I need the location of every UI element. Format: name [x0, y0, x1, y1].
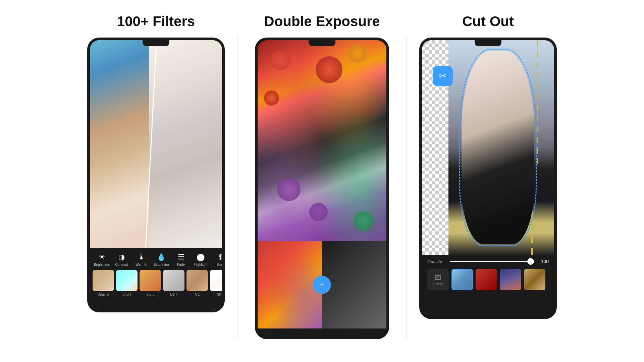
- thumb-original-img: [93, 270, 114, 291]
- saturation-icon: 💧: [157, 253, 166, 261]
- thumb-bright-label: Bright: [122, 293, 131, 296]
- main-container: 100+ Filters ☀ Brightness: [79, 7, 565, 355]
- flower-2: [316, 56, 342, 83]
- section-filters: 100+ Filters ☀ Brightness: [79, 13, 233, 312]
- thumb-story-img: [140, 270, 161, 291]
- thumb-bright-img: [116, 270, 138, 291]
- filter-icons-row: ☀ Brightness ◑ Contrast 🌡 Warmth 💧: [90, 248, 222, 268]
- filter-photo: [90, 40, 222, 248]
- highlight-label: Highlight: [194, 263, 207, 266]
- section-double-exposure: Double Exposure: [241, 13, 402, 339]
- gallery-label: Gallery: [433, 282, 443, 286]
- thumb-dark-img: [163, 270, 184, 291]
- filter-dark[interactable]: Dark: [163, 270, 184, 296]
- thumb-dark-label: Dark: [170, 293, 177, 296]
- thumb-story-label: Story: [146, 293, 154, 296]
- woman-sketch-side: [149, 40, 222, 248]
- cutout-thumb-2[interactable]: [476, 269, 497, 290]
- warmth-icon-item[interactable]: 🌡 Warmth: [132, 253, 151, 266]
- double-exposure-title: Double Exposure: [264, 13, 380, 29]
- contrast-icon: ◑: [118, 253, 125, 261]
- warmth-label: Warmth: [136, 263, 147, 266]
- road-line-2: [537, 40, 538, 169]
- flower-4: [264, 90, 279, 106]
- opacity-label: Opacity: [427, 259, 446, 264]
- strip-right: [322, 241, 386, 328]
- person-cutout: [462, 51, 534, 244]
- filter-story[interactable]: Story: [140, 270, 161, 296]
- filter-a1[interactable]: A-1: [186, 270, 208, 296]
- thumb-a1-img: [186, 270, 208, 291]
- fade-icon-item[interactable]: ☰ Fade: [172, 253, 190, 266]
- divider-1: [237, 37, 237, 339]
- thumb-sk1-img: [210, 270, 222, 291]
- phone-notch-filters: [143, 40, 169, 46]
- saturation-label: Saturation: [154, 263, 169, 266]
- opacity-value: 100: [539, 259, 549, 264]
- cutout-thumbs-row: 🖼 Gallery: [427, 269, 549, 290]
- double-bottom-strip: +: [258, 241, 386, 328]
- filters-title: 100+ Filters: [117, 13, 195, 29]
- contrast-icon-item[interactable]: ◑ Contrast: [112, 253, 131, 266]
- flower-5: [277, 178, 301, 201]
- gallery-button[interactable]: 🖼 Gallery: [427, 269, 449, 290]
- phone-inner-double: +: [258, 40, 386, 337]
- highlight-icon: ⬤: [197, 253, 205, 261]
- filter-sk1[interactable]: SK-1: [210, 270, 222, 296]
- flower-6: [309, 203, 328, 221]
- shadow-icon-item[interactable]: $ Shad: [211, 253, 222, 266]
- fade-icon: ☰: [178, 253, 184, 261]
- phone-double: +: [255, 38, 389, 339]
- thumb-a1-label: A-1: [195, 293, 200, 296]
- contrast-label: Contrast: [115, 263, 128, 266]
- cutout-thumb-4[interactable]: [524, 269, 545, 290]
- saturation-icon-item[interactable]: 💧 Saturation: [152, 253, 170, 266]
- divider-2: [407, 37, 407, 339]
- warmth-icon: 🌡: [138, 253, 145, 261]
- filter-original[interactable]: Original: [93, 270, 114, 296]
- double-main-photo: [258, 40, 386, 241]
- phone-notch-cutout: [475, 40, 501, 46]
- strip-left: [258, 241, 322, 328]
- opacity-slider[interactable]: [450, 261, 535, 262]
- highlight-icon-item[interactable]: ⬤ Highlight: [192, 253, 210, 266]
- plus-button[interactable]: +: [313, 276, 331, 294]
- shadow-icon: $: [218, 253, 222, 261]
- phone-inner-filters: ☀ Brightness ◑ Contrast 🌡 Warmth 💧: [90, 40, 222, 310]
- filter-toolbar: ☀ Brightness ◑ Contrast 🌡 Warmth 💧: [90, 248, 222, 310]
- woman-color-side: [90, 40, 159, 248]
- phone-inner-cutout: ✂ Opacity 100 🖼 Gallery: [422, 40, 554, 316]
- brightness-label: Brightness: [94, 263, 110, 266]
- strip-left-overlay: [258, 241, 322, 328]
- phone-notch-double: [309, 40, 335, 46]
- flower-1: [270, 50, 290, 70]
- phone-cutout: ✂ Opacity 100 🖼 Gallery: [419, 38, 557, 319]
- cutout-thumb-1[interactable]: [451, 269, 473, 290]
- opacity-row: Opacity 100: [427, 259, 549, 264]
- cutout-thumb-3[interactable]: [500, 269, 521, 290]
- cutout-main-photo: ✂: [422, 40, 554, 255]
- shadow-label: Shad: [217, 263, 222, 266]
- filter-bright[interactable]: Bright: [116, 270, 138, 296]
- thumb-sk1-label: SK-1: [217, 293, 222, 296]
- opacity-thumb: [527, 258, 534, 265]
- fade-label: Fade: [177, 263, 185, 266]
- thumb-original-label: Original: [98, 293, 109, 296]
- flower-7: [354, 211, 374, 231]
- brightness-icon-item[interactable]: ☀ Brightness: [93, 253, 111, 266]
- section-cutout: Cut Out ✂: [411, 13, 565, 319]
- cutout-app-icon: ✂: [433, 66, 453, 86]
- phone-filters: ☀ Brightness ◑ Contrast 🌡 Warmth 💧: [87, 38, 225, 312]
- cutout-toolbar: Opacity 100 🖼 Gallery: [422, 255, 554, 316]
- brightness-icon: ☀: [99, 253, 105, 261]
- filter-thumbnails-row: Original Bright Story Dark: [90, 268, 222, 298]
- gallery-icon: 🖼: [435, 274, 441, 282]
- cutout-title: Cut Out: [462, 13, 514, 29]
